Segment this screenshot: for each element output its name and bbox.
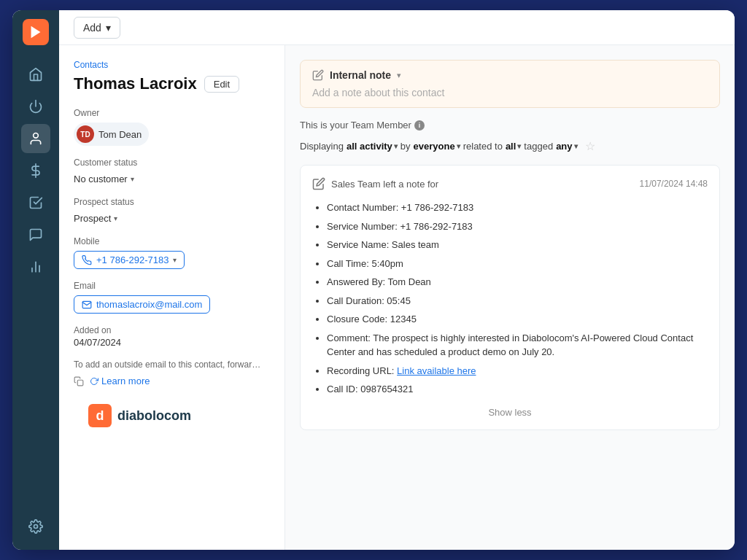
svg-rect-8 xyxy=(77,380,83,386)
team-member-notice: This is your Team Member i xyxy=(300,120,720,131)
recording-link[interactable]: Link available here xyxy=(397,365,476,376)
add-label: Add xyxy=(83,22,101,34)
prospect-status-dropdown[interactable]: Prospect ▾ xyxy=(74,213,117,224)
prospect-status-label: Prospect status xyxy=(74,197,270,207)
brand-logo-letter: d xyxy=(96,408,104,424)
sidebar-item-billing[interactable] xyxy=(21,156,50,185)
related-filter-value: all xyxy=(506,141,516,152)
list-item: Answered By: Tom Dean xyxy=(327,275,708,289)
owner-section: Owner TD Tom Dean xyxy=(74,108,270,146)
sidebar-item-settings[interactable] xyxy=(21,512,50,541)
list-item: Service Number: +1 786-292-7183 xyxy=(327,219,708,234)
list-item: Call Duration: 05:45 xyxy=(327,294,708,308)
internal-note-chevron: ▾ xyxy=(397,71,401,80)
sidebar-item-contacts[interactable] xyxy=(21,124,50,153)
prospect-status-value: Prospect xyxy=(74,213,111,224)
sidebar-bottom xyxy=(21,512,50,541)
svg-marker-0 xyxy=(31,26,41,39)
brand-footer: d diabolocom xyxy=(74,386,270,439)
sidebar-item-reports[interactable] xyxy=(21,252,50,281)
copy-icon xyxy=(74,376,84,386)
mobile-section: Mobile +1 786-292-7183 ▾ xyxy=(74,236,270,269)
mobile-label: Mobile xyxy=(74,236,270,246)
sidebar-item-chat[interactable] xyxy=(21,220,50,249)
added-on-value: 04/07/2024 xyxy=(74,337,270,348)
team-member-text: This is your Team Member xyxy=(300,120,411,131)
email-label: Email xyxy=(74,281,270,291)
list-item: Call Time: 5:40pm xyxy=(327,257,708,271)
list-item: Call ID: 0987654321 xyxy=(327,382,708,397)
sidebar-item-home[interactable] xyxy=(21,60,50,89)
phone-chip[interactable]: +1 786-292-7183 ▾ xyxy=(74,251,185,269)
activity-filter-value: all activity xyxy=(347,141,392,152)
add-button[interactable]: Add ▾ xyxy=(74,17,120,39)
internal-note-title: Internal note xyxy=(330,69,391,81)
right-panel: Internal note ▾ Add a note about this co… xyxy=(285,45,735,550)
chevron-down-icon: ▾ xyxy=(574,142,578,150)
chevron-down-icon: ▾ xyxy=(517,142,521,150)
learn-more-link[interactable]: Learn more xyxy=(90,376,150,386)
list-item: Contact Number: +1 786-292-7183 xyxy=(327,201,708,215)
customer-status-label: Customer status xyxy=(74,158,270,168)
sidebar-item-tasks[interactable] xyxy=(21,188,50,217)
content-area: Contacts Thomas Lacroix Edit Owner TD To… xyxy=(59,45,735,550)
filter-by-label: by xyxy=(400,141,411,152)
added-on-label: Added on xyxy=(74,325,270,335)
email-section: Email thomaslacroix@mail.com xyxy=(74,281,270,314)
note-icon xyxy=(312,177,325,190)
filter-related-label: related to xyxy=(463,141,503,152)
chevron-down-icon: ▾ xyxy=(114,214,117,222)
owner-initials: TD xyxy=(80,131,90,139)
show-less-button[interactable]: Show less xyxy=(312,407,708,418)
chevron-down-icon: ▾ xyxy=(394,142,398,150)
svg-point-7 xyxy=(34,525,38,529)
activity-list: Contact Number: +1 786-292-7183 Service … xyxy=(312,201,708,397)
edit-button[interactable]: Edit xyxy=(204,76,239,93)
chevron-down-icon: ▾ xyxy=(131,175,134,183)
owner-chip[interactable]: TD Tom Dean xyxy=(74,122,149,146)
email-value: thomaslacroix@mail.com xyxy=(96,299,202,310)
by-filter-value: everyone xyxy=(414,141,455,152)
learn-more-row: Learn more xyxy=(74,376,270,386)
tagged-filter-dropdown[interactable]: any ▾ xyxy=(556,141,577,152)
owner-label: Owner xyxy=(74,108,270,118)
brand-logo: d xyxy=(88,404,112,427)
edit-note-icon xyxy=(312,69,324,81)
internal-note-header: Internal note ▾ xyxy=(312,69,708,81)
owner-name: Tom Dean xyxy=(98,129,142,140)
learn-more-label: Learn more xyxy=(101,376,150,386)
customer-status-dropdown[interactable]: No customer ▾ xyxy=(74,174,134,184)
related-filter-dropdown[interactable]: all ▾ xyxy=(506,141,521,152)
filter-bar: Displaying all activity ▾ by everyone ▾ … xyxy=(300,139,720,153)
forward-text: To add an outside email to this contact,… xyxy=(74,359,270,370)
tagged-filter-value: any xyxy=(556,141,572,152)
internal-note-box: Internal note ▾ Add a note about this co… xyxy=(300,60,720,108)
activity-header: Sales Team left a note for 11/07/2024 14… xyxy=(312,177,708,190)
email-chip[interactable]: thomaslacroix@mail.com xyxy=(74,295,210,314)
list-item: Recording URL: Link available here xyxy=(327,364,708,378)
sidebar-item-power[interactable] xyxy=(21,92,50,121)
list-item: Service Name: Sales team xyxy=(327,238,708,252)
contact-name-row: Thomas Lacroix Edit xyxy=(74,74,270,93)
customer-status-section: Customer status No customer ▾ xyxy=(74,158,270,185)
activity-filter-dropdown[interactable]: all activity ▾ xyxy=(347,141,398,152)
prospect-status-section: Prospect status Prospect ▾ xyxy=(74,197,270,225)
breadcrumb[interactable]: Contacts xyxy=(74,60,270,70)
sidebar xyxy=(12,10,59,550)
refresh-icon xyxy=(90,377,98,386)
chevron-down-icon: ▾ xyxy=(457,142,460,150)
filter-prefix: Displaying xyxy=(300,141,344,152)
activity-card: Sales Team left a note for 11/07/2024 14… xyxy=(300,165,720,430)
main-content: Add ▾ Contacts Thomas Lacroix Edit Owner xyxy=(59,10,735,550)
star-icon[interactable]: ☆ xyxy=(585,139,595,153)
app-window: Add ▾ Contacts Thomas Lacroix Edit Owner xyxy=(12,10,735,550)
contact-name: Thomas Lacroix xyxy=(74,74,197,93)
svg-point-2 xyxy=(34,133,39,139)
activity-timestamp: 11/07/2024 14:48 xyxy=(640,179,708,189)
internal-note-placeholder[interactable]: Add a note about this contact xyxy=(312,87,708,98)
by-filter-dropdown[interactable]: everyone ▾ xyxy=(414,141,460,152)
list-item: Comment: The prospect is highly interest… xyxy=(327,331,708,359)
chevron-down-icon: ▾ xyxy=(173,256,177,264)
mail-icon xyxy=(82,300,92,310)
app-logo xyxy=(23,19,49,45)
